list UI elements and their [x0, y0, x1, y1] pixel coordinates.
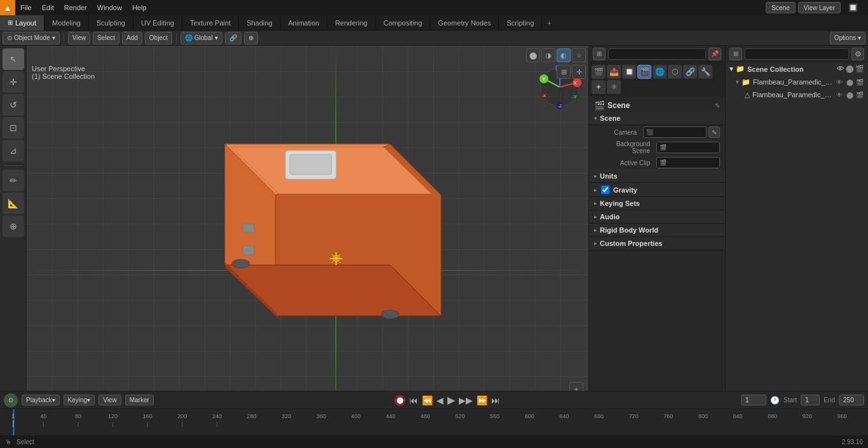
item-render-icon[interactable]: 🎬 — [855, 78, 864, 86]
tab-texture-paint[interactable]: Texture Paint — [182, 15, 239, 31]
mesh-render-icon[interactable]: 🎬 — [855, 90, 864, 99]
tool-scale[interactable]: ⊡ — [3, 117, 24, 139]
object-menu[interactable]: Object — [145, 32, 172, 44]
tab-geometry-nodes[interactable]: Geometry Nodes — [430, 15, 499, 31]
keying-dropdown[interactable]: Keying▾ — [64, 395, 95, 405]
custom-props-section-header[interactable]: ▸ Custom Properties — [589, 237, 725, 250]
tab-layout[interactable]: ⊞ Layout — [0, 15, 44, 31]
collection-visibility-dot[interactable]: ⬤ — [846, 65, 853, 73]
props-icon-output[interactable]: 📤 — [607, 65, 621, 79]
camera-selector[interactable]: ⬛ — [643, 126, 707, 138]
collection-render-camera[interactable]: 🎬 — [855, 65, 864, 73]
tab-uv-editing[interactable]: UV Editing — [133, 15, 182, 31]
tab-rendering[interactable]: Rendering — [327, 15, 376, 31]
props-search-input[interactable] — [608, 48, 706, 60]
end-frame-input[interactable]: 250 — [839, 395, 864, 405]
collection-search-input[interactable] — [745, 48, 849, 60]
tool-move[interactable]: ✛ — [3, 71, 24, 93]
play-btn[interactable]: ▶ — [447, 394, 455, 406]
tool-transform[interactable]: ⊿ — [3, 140, 24, 161]
snap-magnet-btn[interactable]: 🔗 — [225, 32, 241, 44]
marker-dropdown[interactable]: Marker — [125, 395, 154, 405]
tool-select[interactable]: ↖ — [3, 48, 24, 70]
tab-scripting[interactable]: Scripting — [499, 15, 542, 31]
overlay-toggle[interactable]: ⊞ — [557, 65, 571, 79]
object-mode-selector[interactable]: ⊙ Object Mode ▾ — [3, 32, 60, 44]
render-icon-btn[interactable]: 🔲 — [843, 0, 863, 15]
collection-item-paramedic-mesh[interactable]: △ Flambeau_Paramedic_Bc 👁 ⬤ 🎬 — [726, 88, 868, 101]
viewport-view-menu[interactable]: View — [68, 32, 91, 44]
jump-start-btn[interactable]: ⏮ — [409, 395, 418, 405]
prev-frame-btn[interactable]: ◀ — [437, 395, 444, 405]
rigid-body-section-header[interactable]: ▸ Rigid Body World — [589, 224, 725, 237]
viewport-shading-rendered[interactable]: ◐ — [557, 48, 571, 62]
mesh-select-icon[interactable]: ⬤ — [845, 90, 854, 99]
collection-editor-toggle[interactable]: ⊞ — [729, 48, 742, 60]
props-icon-object[interactable]: ⬡ — [668, 65, 682, 79]
tab-compositing[interactable]: Compositing — [376, 15, 430, 31]
props-icon-world[interactable]: 🌐 — [653, 65, 667, 79]
viewport-3d[interactable]: User Perspective (1) Scene Collection — [27, 46, 588, 433]
scene-selector[interactable]: Scene — [766, 2, 795, 13]
tool-annotate[interactable]: ✏ — [3, 170, 24, 191]
viewport-shading-wireframe[interactable]: ○ — [572, 48, 586, 62]
collection-expand-icon[interactable]: ▾ — [729, 65, 733, 73]
tab-shading[interactable]: Shading — [239, 15, 280, 31]
camera-eyedropper[interactable]: ✎ — [709, 126, 720, 138]
scene-section-header[interactable]: ▾ Scene — [589, 112, 725, 125]
gizmo-toggle[interactable]: ✛ — [572, 65, 586, 79]
props-icon-render[interactable]: 🎬 — [592, 65, 606, 79]
item-select-icon[interactable]: ⬤ — [845, 78, 854, 86]
props-pin-btn[interactable]: 📌 — [709, 48, 721, 60]
props-icon-view-layer[interactable]: 🔲 — [622, 65, 636, 79]
collection-filter-btn[interactable]: ⚙ — [851, 48, 864, 60]
add-menu[interactable]: Add — [122, 32, 142, 44]
props-icon-modifiers[interactable]: 🔧 — [698, 65, 712, 79]
units-section-header[interactable]: ▸ Units — [589, 170, 725, 183]
current-frame-input[interactable]: 1 — [741, 395, 766, 405]
proportional-edit-btn[interactable]: ⊕ — [244, 32, 258, 44]
menu-render[interactable]: Render — [59, 0, 92, 15]
gravity-checkbox[interactable] — [601, 186, 609, 194]
tool-measure[interactable]: 📐 — [3, 193, 24, 214]
props-icon-constraints[interactable]: 🔗 — [683, 65, 697, 79]
active-clip-selector[interactable]: 🎬 — [656, 157, 720, 168]
record-btn[interactable]: ⬤ — [394, 395, 405, 406]
tab-add-button[interactable]: + — [542, 19, 556, 27]
props-editor-toggle[interactable]: ⊞ — [593, 48, 606, 60]
keying-sets-section-header[interactable]: ▸ Keying Sets — [589, 197, 725, 210]
transform-global-selector[interactable]: 🌐 Global ▾ — [180, 32, 222, 44]
menu-help[interactable]: Help — [127, 0, 152, 15]
tab-sculpting[interactable]: Sculpting — [89, 15, 133, 31]
audio-section-header[interactable]: ▸ Audio — [589, 210, 725, 224]
timeline-sphere-icon[interactable]: ⊙ — [4, 393, 18, 407]
background-scene-selector[interactable]: 🎬 — [656, 142, 720, 153]
tab-animation[interactable]: Animation — [281, 15, 328, 31]
menu-edit[interactable]: Edit — [37, 0, 59, 15]
tool-add-cube[interactable]: ⊕ — [3, 215, 24, 237]
collection-visibility-eye[interactable]: 👁 — [837, 65, 844, 73]
viewport-shading-material[interactable]: ◑ — [541, 48, 555, 62]
item-eye-icon[interactable]: 👁 — [835, 78, 844, 86]
prev-keyframe-btn[interactable]: ⏪ — [422, 395, 433, 405]
menu-window[interactable]: Window — [92, 0, 127, 15]
gravity-section-header[interactable]: ▸ Gravity — [589, 183, 725, 197]
tool-rotate[interactable]: ↺ — [3, 94, 24, 116]
options-btn[interactable]: Options ▾ — [830, 32, 865, 44]
next-keyframe-btn[interactable]: ⏩ — [477, 395, 487, 405]
next-frame-btn[interactable]: ▶▶ — [459, 395, 473, 405]
collection-item-paramedic-box-group[interactable]: ▾ 📁 Flambeau_Paramedic_Box 👁 ⬤ 🎬 — [726, 76, 868, 88]
jump-end-btn[interactable]: ⏭ — [491, 395, 500, 405]
props-icon-particles[interactable]: ✦ — [592, 80, 606, 94]
tab-layout-label[interactable]: Layout — [15, 15, 36, 31]
props-icon-physics[interactable]: ⚛ — [607, 80, 621, 94]
select-menu[interactable]: Select — [93, 32, 119, 44]
tab-modeling[interactable]: Modeling — [44, 15, 89, 31]
view-layer-selector[interactable]: View Layer — [798, 2, 841, 13]
start-frame-input[interactable]: 1 — [801, 395, 820, 405]
playback-dropdown[interactable]: Playback▾ — [22, 395, 60, 405]
menu-file[interactable]: File — [15, 0, 37, 15]
mesh-eye-icon[interactable]: 👁 — [835, 90, 844, 99]
timeline-view-dropdown[interactable]: View — [98, 395, 121, 405]
viewport-shading-solid[interactable]: ⬤ — [526, 48, 540, 62]
